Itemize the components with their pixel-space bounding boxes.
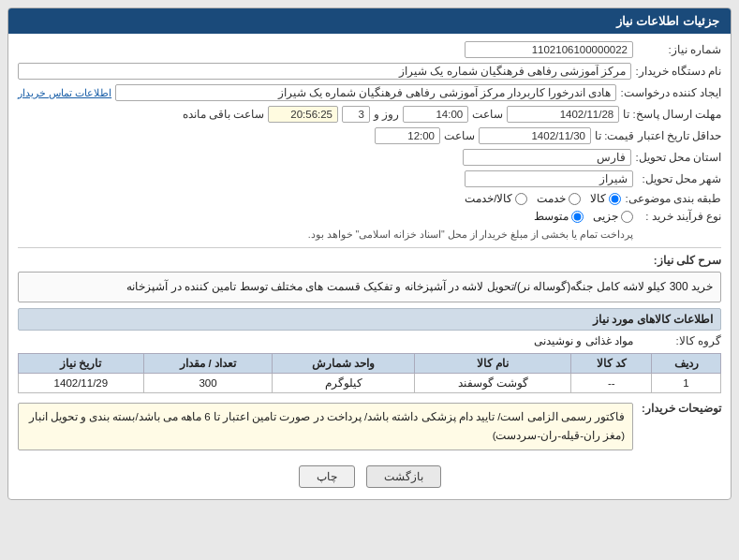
tabagheh-label: طبقه بندی موضوعی: [625, 192, 721, 205]
col-kod: کد کالا [571, 354, 652, 374]
kala-table: ردیف کد کالا نام کالا واحد شمارش تعداد /… [18, 353, 721, 393]
mohlat-saat-label: ساعت [472, 108, 503, 121]
tozi-label: توضیحات خریدار: [637, 399, 721, 415]
radio-jozee-input[interactable] [621, 211, 633, 223]
nam-dastgah-input[interactable] [18, 63, 631, 80]
shahr-input[interactable] [465, 170, 633, 187]
mohlat-saat-input[interactable] [403, 106, 468, 123]
radio-motavasset[interactable]: متوسط [534, 210, 584, 223]
radio-khedmat[interactable]: خدمت [537, 192, 581, 205]
noee-note: پرداخت تمام یا بخشی از مبلغ خریدار از مح… [308, 228, 633, 240]
tozi-value: فاکتور رسمی الزامی است/ تایید دام پزشکی … [18, 403, 633, 450]
mohlat-mande-label: ساعت باقی مانده [183, 108, 264, 121]
mohlat-ersal-label: مهلت ارسال پاسخ: تا [623, 108, 721, 121]
ettelaat-kala-title: اطلاعات کالاهای مورد نیاز [18, 308, 721, 331]
grohe-kala-label: گروه کالا: [637, 334, 721, 347]
hadadaqal-saat-label: ساعت [444, 129, 475, 142]
radio-motavasset-input[interactable] [571, 211, 584, 223]
tabagheh-radio-group: کالا خدمت کالا/خدمت [465, 192, 621, 205]
sarhe-koli-label: سرح کلی نیاز: [637, 254, 721, 267]
btn-bazgasht[interactable]: بازگشت [366, 465, 441, 488]
col-tarikh: تاریخ نیاز [19, 354, 144, 374]
grohe-kala-value: مواد غذائی و نوشیدنی [534, 334, 633, 347]
btn-chap[interactable]: چاپ [299, 465, 355, 488]
col-tedad: تعداد / مقدار [143, 354, 273, 374]
page-title: جزئیات اطلاعات نیاز [8, 8, 731, 34]
mohlat-roz-input[interactable] [342, 106, 370, 123]
hadadaqal-saat-input[interactable] [375, 127, 440, 144]
divider-1 [18, 247, 721, 248]
noee-farayand-label: نوع فرآیند خرید : [637, 210, 721, 223]
mohlat-mande-input[interactable] [268, 106, 338, 123]
col-radif: ردیف [652, 354, 721, 374]
mohlat-roz-label: روز و [374, 108, 399, 121]
radio-kala-khedmat[interactable]: کالا/خدمت [465, 192, 527, 205]
ostan-label: استان محل تحویل: [635, 151, 721, 164]
shahr-label: شهر محل تحویل: [637, 172, 721, 185]
radio-khedmat-input[interactable] [569, 193, 581, 205]
col-nam: نام کالا [415, 354, 571, 374]
shomare-niaz-input[interactable] [465, 41, 633, 58]
table-row: 1--گوشت گوسفندکیلوگرم3001402/11/29 [19, 374, 721, 393]
radio-jozee[interactable]: جزیی [593, 210, 633, 223]
shomare-niaz-label: شماره نیاز: [637, 43, 721, 56]
sarhe-koli-box: خرید 300 کیلو لاشه کامل جنگه(گوساله نر)/… [18, 272, 721, 302]
ijad-konande-label: ایجاد کننده درخواست: [620, 86, 721, 99]
nam-dastgah-label: نام دستگاه خریدار: [635, 65, 721, 78]
hadadaqal-label: حداقل تاریخ اعتبار قیمت: تا [595, 129, 721, 142]
footer-buttons: بازگشت چاپ [18, 462, 721, 492]
ostan-input[interactable] [463, 149, 631, 166]
hadadaqal-date-input[interactable] [479, 127, 591, 144]
radio-kala[interactable]: کالا [590, 192, 621, 205]
radio-kala-input[interactable] [609, 193, 621, 205]
radio-kala-khedmat-input[interactable] [515, 193, 527, 205]
ijad-konande-input[interactable] [115, 84, 616, 101]
col-vahed: واحد شمارش [273, 354, 415, 374]
ettelaat-tamas-link[interactable]: اطلاعات تماس خریدار [18, 87, 111, 99]
mohlat-date-input[interactable] [507, 106, 619, 123]
